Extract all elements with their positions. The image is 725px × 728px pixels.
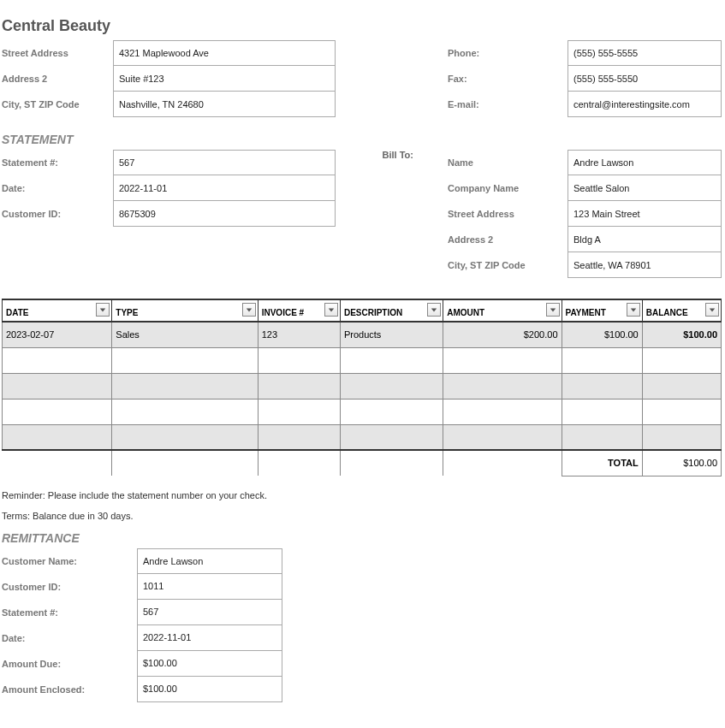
cell[interactable] bbox=[562, 373, 642, 399]
cell[interactable] bbox=[258, 424, 340, 450]
col-description-label: DESCRIPTION bbox=[344, 308, 402, 317]
label-billto-address2: Address 2 bbox=[448, 227, 568, 252]
cell-balance[interactable]: $100.00 bbox=[642, 322, 721, 347]
field-remit-statement[interactable]: 567 bbox=[137, 600, 282, 625]
field-billto-city[interactable]: Seattle, WA 78901 bbox=[568, 252, 722, 278]
filter-icon[interactable] bbox=[324, 303, 338, 317]
label-city: City, ST ZIP Code bbox=[2, 92, 113, 117]
label-street: Street Address bbox=[2, 40, 113, 66]
table-row bbox=[3, 373, 722, 399]
col-invoice[interactable]: INVOICE # bbox=[258, 299, 340, 322]
cell[interactable] bbox=[443, 424, 562, 450]
svg-marker-4 bbox=[550, 308, 555, 311]
terms-note: Terms: Balance due in 30 days. bbox=[2, 511, 722, 521]
field-city[interactable]: Nashville, TN 24680 bbox=[113, 92, 336, 117]
total-row: TOTAL $100.00 bbox=[3, 450, 722, 476]
field-billto-address2[interactable]: Bldg A bbox=[568, 227, 722, 252]
svg-marker-6 bbox=[710, 308, 715, 311]
filter-icon[interactable] bbox=[705, 303, 719, 317]
cell[interactable] bbox=[3, 424, 112, 450]
remittance-block: Customer Name: Customer ID: Statement #:… bbox=[2, 548, 722, 702]
cell-amount[interactable]: $200.00 bbox=[443, 322, 562, 347]
field-remit-date[interactable]: 2022-11-01 bbox=[137, 625, 282, 651]
cell bbox=[3, 450, 112, 476]
field-street[interactable]: 4321 Maplewood Ave bbox=[113, 40, 336, 66]
cell[interactable] bbox=[443, 399, 562, 424]
col-amount-label: AMOUNT bbox=[447, 308, 484, 317]
cell[interactable] bbox=[642, 399, 721, 424]
label-remit-date: Date: bbox=[2, 625, 137, 651]
cell[interactable] bbox=[642, 347, 721, 373]
statement-block: Statement #: Date: Customer ID: 567 2022… bbox=[2, 150, 722, 278]
cell[interactable] bbox=[112, 424, 258, 450]
filter-icon[interactable] bbox=[627, 303, 640, 317]
svg-marker-1 bbox=[246, 308, 251, 311]
filter-icon[interactable] bbox=[427, 303, 441, 317]
cell-type[interactable]: Sales bbox=[112, 322, 258, 347]
reminder-note: Reminder: Please include the statement n… bbox=[2, 490, 722, 500]
cell[interactable] bbox=[642, 424, 721, 450]
cell[interactable] bbox=[112, 373, 258, 399]
cell[interactable] bbox=[258, 373, 340, 399]
col-amount[interactable]: AMOUNT bbox=[443, 299, 562, 322]
cell[interactable] bbox=[340, 373, 443, 399]
cell-payment[interactable]: $100.00 bbox=[562, 322, 642, 347]
cell[interactable] bbox=[3, 347, 112, 373]
cell[interactable] bbox=[258, 347, 340, 373]
svg-marker-5 bbox=[631, 308, 636, 311]
field-remit-due[interactable]: $100.00 bbox=[137, 651, 282, 677]
cell-date[interactable]: 2023-02-07 bbox=[3, 322, 112, 347]
cell bbox=[112, 450, 258, 476]
cell-description[interactable]: Products bbox=[340, 322, 443, 347]
cell[interactable] bbox=[340, 347, 443, 373]
col-type[interactable]: TYPE bbox=[112, 299, 258, 322]
filter-icon[interactable] bbox=[242, 303, 256, 317]
label-remit-enclosed: Amount Enclosed: bbox=[2, 677, 137, 702]
field-phone[interactable]: (555) 555-5555 bbox=[568, 40, 722, 66]
header-block: Street Address Address 2 City, ST ZIP Co… bbox=[2, 40, 722, 117]
cell[interactable] bbox=[562, 424, 642, 450]
cell[interactable] bbox=[340, 399, 443, 424]
field-statement-number[interactable]: 567 bbox=[113, 150, 336, 175]
col-payment-label: PAYMENT bbox=[566, 308, 606, 317]
col-balance[interactable]: BALANCE bbox=[642, 299, 721, 322]
cell[interactable] bbox=[258, 399, 340, 424]
field-customer-id[interactable]: 8675309 bbox=[113, 201, 336, 227]
cell[interactable] bbox=[443, 373, 562, 399]
field-billto-street[interactable]: 123 Main Street bbox=[568, 201, 722, 227]
field-fax[interactable]: (555) 555-5550 bbox=[568, 66, 722, 92]
table-row bbox=[3, 347, 722, 373]
cell[interactable] bbox=[340, 424, 443, 450]
cell[interactable] bbox=[3, 399, 112, 424]
statement-table: DATE TYPE INVOICE # DESCRIPTION AMOUNT P… bbox=[2, 299, 722, 476]
cell[interactable] bbox=[3, 373, 112, 399]
col-date[interactable]: DATE bbox=[3, 299, 112, 322]
cell[interactable] bbox=[642, 373, 721, 399]
label-statement-number: Statement #: bbox=[2, 150, 113, 175]
cell[interactable] bbox=[562, 347, 642, 373]
field-remit-id[interactable]: 1011 bbox=[137, 574, 282, 600]
field-billto-name[interactable]: Andre Lawson bbox=[568, 150, 722, 175]
cell-invoice[interactable]: 123 bbox=[258, 322, 340, 347]
svg-marker-3 bbox=[431, 308, 437, 311]
filter-icon[interactable] bbox=[546, 303, 560, 317]
cell[interactable] bbox=[562, 399, 642, 424]
total-label: TOTAL bbox=[562, 450, 642, 476]
filter-icon[interactable] bbox=[96, 303, 110, 317]
col-invoice-label: INVOICE # bbox=[262, 308, 304, 317]
field-address2[interactable]: Suite #123 bbox=[113, 66, 336, 92]
remittance-heading: REMITTANCE bbox=[2, 531, 722, 545]
col-payment[interactable]: PAYMENT bbox=[562, 299, 642, 322]
cell[interactable] bbox=[112, 347, 258, 373]
field-remit-enclosed[interactable]: $100.00 bbox=[137, 677, 282, 702]
col-description[interactable]: DESCRIPTION bbox=[340, 299, 443, 322]
cell[interactable] bbox=[443, 347, 562, 373]
field-statement-date[interactable]: 2022-11-01 bbox=[113, 175, 336, 201]
col-balance-label: BALANCE bbox=[646, 308, 688, 317]
label-billto-city: City, ST ZIP Code bbox=[448, 252, 568, 278]
field-email[interactable]: central@interestingsite.com bbox=[568, 92, 722, 117]
cell[interactable] bbox=[112, 399, 258, 424]
field-remit-name[interactable]: Andre Lawson bbox=[137, 548, 282, 574]
field-billto-company[interactable]: Seattle Salon bbox=[568, 175, 722, 201]
cell bbox=[258, 450, 340, 476]
